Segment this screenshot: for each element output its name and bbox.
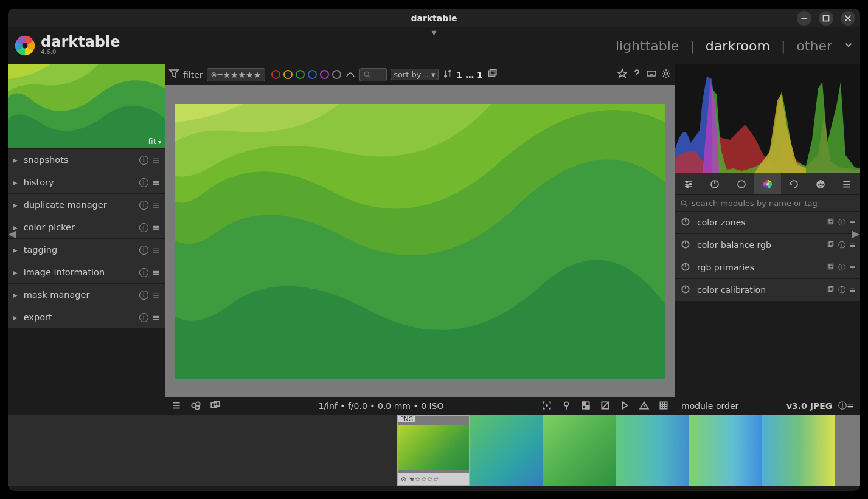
reject-icon[interactable]: ⊗ <box>401 475 406 483</box>
star-icon[interactable] <box>617 68 628 81</box>
overexposed-icon[interactable] <box>600 400 611 413</box>
module-item[interactable]: color zonesⓘ≡ <box>675 212 860 233</box>
navigation-thumbnail[interactable]: fit <box>8 64 165 148</box>
multi-instance-icon[interactable] <box>827 285 835 295</box>
tab-preset-menu[interactable] <box>834 173 860 194</box>
softproof-icon[interactable] <box>619 400 630 413</box>
top-panel-toggle[interactable]: ▾ <box>431 27 436 38</box>
iso-icon[interactable] <box>561 400 572 413</box>
left-panel-item[interactable]: ▶mask manageri≡ <box>8 284 165 306</box>
view-darkroom[interactable]: darkroom <box>706 38 770 53</box>
right-panel-toggle[interactable]: ▶ <box>852 224 860 243</box>
display-transform-icon[interactable] <box>580 400 591 413</box>
info-icon[interactable]: i <box>139 201 148 210</box>
left-panel-item[interactable]: ▶taggingi≡ <box>8 239 165 261</box>
star-rating[interactable]: ★☆☆☆☆ <box>409 475 439 483</box>
power-icon[interactable] <box>680 216 691 229</box>
zoom-fit-dropdown[interactable]: fit <box>148 137 162 146</box>
hamburger-icon[interactable]: ≡ <box>849 286 855 294</box>
info-icon[interactable]: ⓘ <box>838 263 845 273</box>
info-icon[interactable]: i <box>139 246 148 255</box>
filmstrip-thumb[interactable] <box>616 415 689 486</box>
sort-dropdown[interactable]: sort by .. ▾ <box>391 69 438 80</box>
module-order-panel[interactable]: module order v3.0 JPEG ⓘ ≡ <box>675 397 860 415</box>
filmstrip-thumb[interactable] <box>689 415 762 486</box>
color-filter-dot[interactable] <box>320 70 329 79</box>
left-panel-item[interactable]: ▶snapshotsi≡ <box>8 149 165 171</box>
keyboard-icon[interactable] <box>646 68 657 81</box>
tab-correct[interactable] <box>781 173 807 194</box>
close-button[interactable] <box>841 11 855 26</box>
info-icon[interactable]: ⓘ <box>838 218 845 228</box>
color-filter-dot[interactable] <box>332 70 341 79</box>
tab-color[interactable] <box>754 173 780 194</box>
multi-instance-icon[interactable] <box>827 218 835 227</box>
hamburger-icon[interactable]: ≡ <box>847 401 854 411</box>
color-filter-dot[interactable] <box>283 70 293 79</box>
hamburger-icon[interactable]: ≡ <box>152 289 160 301</box>
view-other[interactable]: other <box>796 38 832 53</box>
collapse-icon[interactable] <box>487 68 498 81</box>
main-image[interactable] <box>175 104 665 379</box>
styles-icon[interactable] <box>190 400 201 413</box>
hamburger-icon[interactable]: ≡ <box>152 312 160 323</box>
info-icon[interactable]: i <box>139 178 148 187</box>
info-icon[interactable]: i <box>139 223 148 232</box>
filmstrip-thumb[interactable] <box>543 415 616 486</box>
hamburger-icon[interactable]: ≡ <box>152 267 160 278</box>
info-icon[interactable]: i <box>139 156 148 165</box>
rating-filter[interactable]: ⊗─ ★★★★★ <box>207 68 266 81</box>
hamburger-icon[interactable]: ≡ <box>152 222 160 233</box>
minimize-button[interactable] <box>797 11 811 26</box>
module-item[interactable]: color balance rgbⓘ≡ <box>675 234 860 256</box>
hamburger-icon[interactable]: ≡ <box>849 263 855 272</box>
module-item[interactable]: color calibrationⓘ≡ <box>675 279 860 301</box>
module-item[interactable]: rgb primariesⓘ≡ <box>675 256 860 278</box>
color-filter-dot[interactable] <box>308 70 317 79</box>
filmstrip-thumb[interactable] <box>762 415 835 486</box>
left-panel-item[interactable]: ▶exporti≡ <box>8 306 165 328</box>
power-icon[interactable] <box>680 284 691 297</box>
histogram[interactable] <box>675 64 860 173</box>
sort-direction-icon[interactable] <box>442 68 453 81</box>
second-window-icon[interactable] <box>210 400 221 413</box>
info-icon[interactable]: i <box>139 313 148 322</box>
filmstrip-thumb[interactable] <box>470 415 543 486</box>
left-panel-item[interactable]: ▶historyi≡ <box>8 171 165 193</box>
power-icon[interactable] <box>680 261 691 274</box>
gamut-check-icon[interactable] <box>639 400 650 413</box>
info-icon[interactable]: ⓘ <box>838 401 847 411</box>
info-icon[interactable]: i <box>139 291 148 300</box>
hamburger-icon[interactable]: ≡ <box>152 154 160 166</box>
view-menu-chevron-icon[interactable] <box>843 38 854 53</box>
tab-active[interactable] <box>701 173 727 194</box>
hamburger-icon[interactable]: ≡ <box>152 199 160 211</box>
tab-base[interactable] <box>728 173 754 194</box>
tab-quick-access[interactable] <box>675 173 701 194</box>
hamburger-icon[interactable]: ≡ <box>152 177 160 188</box>
focus-peaking-icon[interactable] <box>541 400 552 413</box>
info-icon[interactable]: i <box>139 268 148 277</box>
multi-instance-icon[interactable] <box>827 240 835 250</box>
info-icon[interactable]: ⓘ <box>838 240 845 250</box>
left-panel-item[interactable]: ▶image informationi≡ <box>8 261 165 283</box>
left-panel-toggle[interactable]: ◀ <box>8 224 16 243</box>
help-icon[interactable] <box>631 68 642 81</box>
multi-instance-icon[interactable] <box>827 263 835 272</box>
shape-filter-icon[interactable] <box>345 68 356 81</box>
guides-icon[interactable] <box>658 400 669 413</box>
left-panel-item[interactable]: ▶color pickeri≡ <box>8 216 165 238</box>
quick-access-icon[interactable] <box>171 400 182 413</box>
power-icon[interactable] <box>680 239 691 252</box>
tab-effect[interactable] <box>807 173 833 194</box>
color-filter-dot[interactable] <box>271 70 280 79</box>
left-panel-item[interactable]: ▶duplicate manageri≡ <box>8 194 165 216</box>
module-search-input[interactable]: search modules by name or tag <box>675 195 860 211</box>
view-lighttable[interactable]: lighttable <box>616 38 679 53</box>
color-filter-dot[interactable] <box>296 70 305 79</box>
preferences-gear-icon[interactable] <box>661 68 672 81</box>
hamburger-icon[interactable]: ≡ <box>152 244 160 256</box>
search-input[interactable] <box>359 68 387 81</box>
filmstrip-thumb-selected[interactable]: PNG ⊗ ★☆☆☆☆ <box>397 415 470 486</box>
info-icon[interactable]: ⓘ <box>838 285 845 295</box>
